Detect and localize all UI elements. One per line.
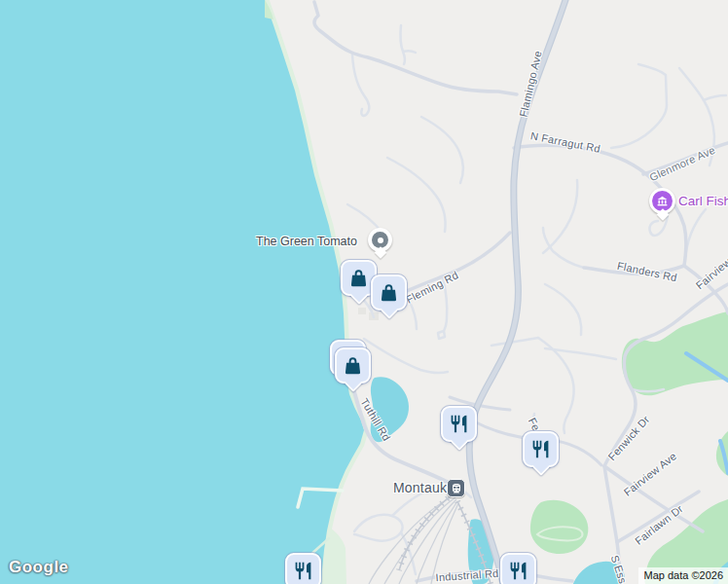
map-attribution: Map data ©2026 <box>638 567 728 584</box>
restaurant-icon <box>449 414 469 434</box>
train-station-icon <box>451 483 462 494</box>
shopping-pin-3[interactable] <box>335 347 371 383</box>
montauk-station-badge[interactable] <box>447 479 465 497</box>
carl-fish-pin[interactable] <box>649 188 675 214</box>
restaurant-icon <box>293 561 313 581</box>
restaurant-icon <box>508 561 528 581</box>
poi-label-carl-fish[interactable]: Carl Fish <box>678 194 728 208</box>
shopping-pin-2[interactable] <box>371 274 407 310</box>
map-canvas[interactable]: Flamingo Ave N Farragut Rd Glenmore Ave … <box>0 0 728 584</box>
restaurant-pin-3[interactable] <box>500 553 536 584</box>
green-tomato-pin[interactable] <box>368 228 392 252</box>
restaurant-pin-1[interactable] <box>441 406 477 442</box>
shopping-bag-icon <box>348 268 369 288</box>
poi-label-green-tomato[interactable]: The Green Tomato <box>256 235 357 248</box>
restaurant-pin-2[interactable] <box>523 431 559 467</box>
locality-label-montauk[interactable]: Montauk <box>393 480 447 495</box>
shopping-bag-icon <box>379 282 399 303</box>
google-logo[interactable]: Google <box>9 558 69 577</box>
restaurant-icon <box>530 439 551 459</box>
restaurant-pin-4[interactable] <box>285 553 321 584</box>
shopping-bag-icon <box>343 355 363 376</box>
